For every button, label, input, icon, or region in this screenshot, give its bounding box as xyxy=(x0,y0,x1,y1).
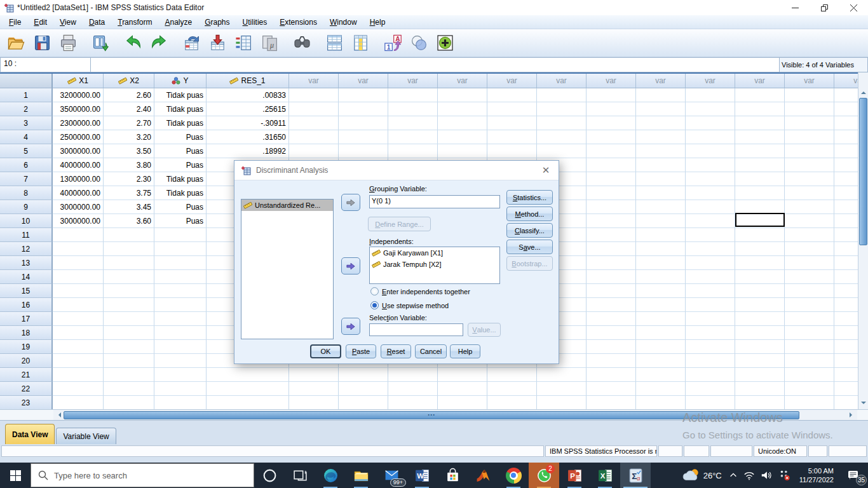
cell[interactable] xyxy=(636,270,686,284)
cell[interactable] xyxy=(104,242,154,256)
cell[interactable] xyxy=(537,144,587,158)
menu-analyze[interactable]: Analyze xyxy=(158,17,198,28)
independent-variable-item[interactable]: Jarak Tempuh [X2] xyxy=(370,259,499,270)
cell[interactable] xyxy=(537,102,587,116)
cell[interactable] xyxy=(53,354,104,368)
variables-icon-button[interactable] xyxy=(231,31,257,55)
cell[interactable] xyxy=(735,116,785,130)
cell[interactable] xyxy=(339,396,388,410)
value-labels-icon-button[interactable]: A1 xyxy=(380,31,406,55)
column-header-var[interactable]: var xyxy=(388,74,438,88)
cell[interactable] xyxy=(104,312,154,326)
start-button[interactable] xyxy=(0,463,31,488)
taskbar-whatsapp-icon[interactable]: 2 xyxy=(529,463,559,488)
cell[interactable] xyxy=(735,340,785,354)
cell[interactable]: 4000000.00 xyxy=(53,186,104,200)
row-header[interactable]: 5 xyxy=(0,144,53,158)
cell[interactable] xyxy=(587,354,636,368)
cell[interactable] xyxy=(735,228,785,242)
grouping-variable-field[interactable]: Y(0 1) xyxy=(369,195,500,208)
menu-utilities[interactable]: Utilities xyxy=(236,17,274,28)
column-header-var[interactable]: var xyxy=(487,74,537,88)
cell[interactable] xyxy=(289,116,339,130)
cell[interactable] xyxy=(785,88,834,102)
row-header[interactable]: 23 xyxy=(0,396,53,410)
cell[interactable] xyxy=(388,382,438,396)
cell[interactable] xyxy=(388,368,438,382)
reset-button[interactable]: Reset xyxy=(381,344,411,358)
cell[interactable] xyxy=(207,368,289,382)
cell[interactable] xyxy=(834,256,858,270)
cell[interactable] xyxy=(289,396,339,410)
row-header[interactable]: 3 xyxy=(0,116,53,130)
column-header-var[interactable]: var xyxy=(537,74,587,88)
cell[interactable] xyxy=(636,256,686,270)
cell[interactable] xyxy=(636,396,686,410)
cell[interactable] xyxy=(53,242,104,256)
cell[interactable]: Tidak puas xyxy=(154,116,207,130)
cell[interactable] xyxy=(735,382,785,396)
cell[interactable] xyxy=(537,88,587,102)
cell[interactable]: 3000000.00 xyxy=(53,144,104,158)
scroll-left-arrow-icon[interactable] xyxy=(53,410,64,420)
cell[interactable] xyxy=(686,354,735,368)
cell[interactable] xyxy=(636,242,686,256)
cell[interactable] xyxy=(587,298,636,312)
cell[interactable] xyxy=(735,186,785,200)
cell[interactable]: 3.75 xyxy=(104,186,154,200)
define-range-button[interactable]: Define Range... xyxy=(368,217,431,231)
horizontal-scroll-thumb[interactable] xyxy=(64,411,799,419)
go-to-variable-icon-button[interactable] xyxy=(205,31,231,55)
cell[interactable] xyxy=(636,200,686,214)
cell[interactable]: Puas xyxy=(154,144,207,158)
row-header[interactable]: 1 xyxy=(0,88,53,102)
cell[interactable] xyxy=(104,270,154,284)
row-header[interactable]: 16 xyxy=(0,298,53,312)
cell[interactable] xyxy=(587,326,636,340)
cell[interactable] xyxy=(53,312,104,326)
cell[interactable] xyxy=(388,88,438,102)
cell[interactable] xyxy=(104,340,154,354)
value-button[interactable]: Value... xyxy=(468,323,501,337)
cell[interactable] xyxy=(735,144,785,158)
cell[interactable] xyxy=(587,158,636,172)
cell[interactable] xyxy=(686,200,735,214)
cell[interactable] xyxy=(388,396,438,410)
cell[interactable] xyxy=(834,228,858,242)
cell[interactable] xyxy=(587,186,636,200)
cell[interactable]: -.30911 xyxy=(207,116,289,130)
row-header[interactable]: 11 xyxy=(0,228,53,242)
scroll-up-arrow-icon[interactable] xyxy=(861,89,866,94)
row-header[interactable]: 18 xyxy=(0,326,53,340)
cell[interactable] xyxy=(686,116,735,130)
cell[interactable] xyxy=(735,354,785,368)
cell[interactable] xyxy=(154,228,207,242)
cell[interactable] xyxy=(487,144,537,158)
cell[interactable] xyxy=(587,256,636,270)
cell[interactable] xyxy=(104,284,154,298)
cell[interactable] xyxy=(785,102,834,116)
cell[interactable] xyxy=(636,116,686,130)
cell[interactable] xyxy=(289,130,339,144)
taskbar-matlab-icon[interactable] xyxy=(468,463,498,488)
cell[interactable] xyxy=(785,200,834,214)
taskbar-word-icon[interactable]: W xyxy=(407,463,437,488)
cell[interactable] xyxy=(735,298,785,312)
cell[interactable] xyxy=(686,242,735,256)
cell[interactable] xyxy=(587,144,636,158)
taskbar-powerpoint-icon[interactable]: P xyxy=(559,463,590,488)
row-header[interactable]: 7 xyxy=(0,172,53,186)
method-button[interactable]: Method... xyxy=(506,207,553,221)
tray-expand-button[interactable] xyxy=(726,463,741,488)
cell[interactable] xyxy=(834,102,858,116)
cell[interactable] xyxy=(339,102,388,116)
row-header[interactable]: 13 xyxy=(0,256,53,270)
cell[interactable] xyxy=(339,144,388,158)
menu-file[interactable]: File xyxy=(3,17,27,28)
cell[interactable] xyxy=(587,242,636,256)
cell[interactable]: Puas xyxy=(154,158,207,172)
cell[interactable] xyxy=(154,368,207,382)
taskbar-search-input[interactable]: Type here to search xyxy=(31,463,254,487)
cell[interactable] xyxy=(686,368,735,382)
cell[interactable] xyxy=(587,130,636,144)
